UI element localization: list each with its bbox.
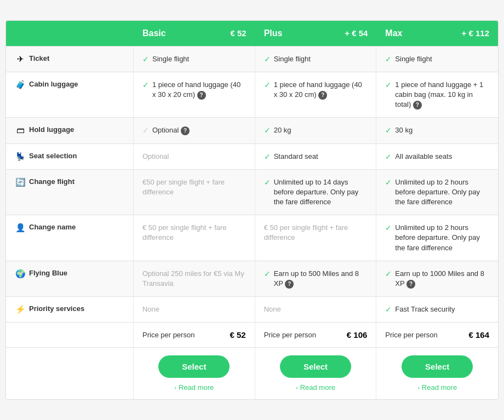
- check-icon: ✓: [264, 178, 271, 187]
- change-name-label: Change name: [29, 223, 76, 231]
- max-change-flight-text: Unlimited up to 2 hours before departure…: [395, 177, 489, 208]
- max-action-cell: Select › Read more: [376, 348, 498, 399]
- max-ticket: ✓ Single flight: [376, 47, 498, 72]
- help-icon[interactable]: ?: [285, 280, 294, 289]
- max-flying-blue: ✓ Earn up to 1000 Miles and 8 XP ?: [376, 261, 498, 296]
- plus-price-amount: € 106: [347, 330, 368, 340]
- basic-flying-blue-text: Optional 250 miles for €5 via My Transav…: [142, 269, 246, 289]
- max-price-row: Price per person € 164: [376, 323, 498, 347]
- check-icon: ✓: [385, 80, 392, 89]
- max-change-name-text: Unlimited up to 2 hours before departure…: [395, 223, 489, 253]
- max-flying-blue-text: Earn up to 1000 Miles and 8 XP ?: [395, 269, 489, 289]
- hold-luggage-icon: 🗃: [15, 125, 26, 135]
- header-row: Basic € 52 Plus + € 54 Max + € 112: [6, 21, 498, 46]
- check-icon: ✓: [385, 269, 392, 278]
- max-hold-luggage: ✓ 30 kg: [376, 118, 498, 143]
- check-icon: ✓: [142, 55, 149, 64]
- row-cabin-luggage: 🧳 Cabin luggage ✓ 1 piece of hand luggag…: [6, 72, 498, 118]
- label-flying-blue: 🌍 Flying Blue: [6, 261, 134, 296]
- header-label-col: [6, 21, 134, 46]
- basic-hold-luggage: ✓ Optional ?: [134, 118, 255, 143]
- max-read-more-link[interactable]: › Read more: [417, 383, 457, 392]
- label-change-name: 👤 Change name: [6, 215, 134, 261]
- label-seat-selection: 💺 Seat selection: [6, 144, 134, 169]
- check-icon: ✓: [264, 55, 271, 64]
- help-icon[interactable]: ?: [197, 91, 206, 100]
- help-icon[interactable]: ?: [406, 280, 415, 289]
- plus-priority: None: [255, 297, 377, 322]
- basic-priority-text: None: [142, 304, 159, 314]
- check-icon: ✓: [264, 269, 271, 278]
- basic-change-flight: €50 per single flight + fare difference: [134, 170, 255, 215]
- max-plan-name: Max: [385, 28, 402, 38]
- basic-action-cell: Select › Read more: [134, 348, 255, 399]
- basic-flying-blue: Optional 250 miles for €5 via My Transav…: [134, 261, 255, 296]
- basic-read-more-link[interactable]: › Read more: [174, 383, 214, 392]
- max-read-more-label: Read more: [422, 383, 457, 392]
- plus-cabin-luggage: ✓ 1 piece of hand luggage (40 x 30 x 20 …: [255, 72, 377, 118]
- plus-change-flight: ✓ Unlimited up to 14 days before departu…: [255, 170, 377, 215]
- chevron-right-icon: ›: [174, 384, 176, 391]
- check-icon: ✓: [385, 305, 392, 314]
- plus-hold-luggage-text: 20 kg: [274, 125, 291, 135]
- basic-cabin-luggage-text: 1 piece of hand luggage (40 x 30 x 20 cm…: [152, 80, 246, 100]
- max-seat-selection: ✓ All available seats: [376, 144, 498, 169]
- plus-flying-blue: ✓ Earn up to 500 Miles and 8 XP ?: [255, 261, 377, 296]
- plus-plan-price: + € 54: [345, 28, 368, 38]
- plus-seat-text: Standard seat: [274, 152, 318, 162]
- row-priority-services: ⚡ Priority services None None ✓ Fast Tra…: [6, 296, 498, 322]
- check-icon: ✓: [142, 80, 149, 89]
- row-change-name: 👤 Change name € 50 per single flight + f…: [6, 215, 498, 261]
- basic-read-more-label: Read more: [179, 383, 214, 392]
- basic-seat-text: Optional: [142, 152, 169, 162]
- check-icon: ✓: [264, 80, 271, 89]
- help-icon[interactable]: ?: [318, 91, 327, 100]
- check-icon: ✓: [385, 223, 392, 232]
- basic-ticket: ✓ Single flight: [134, 47, 255, 72]
- basic-change-name: € 50 per single flight + fare difference: [134, 215, 255, 261]
- max-change-flight: ✓ Unlimited up to 2 hours before departu…: [376, 170, 498, 215]
- row-flying-blue: 🌍 Flying Blue Optional 250 miles for €5 …: [6, 261, 498, 296]
- seat-selection-label: Seat selection: [29, 152, 77, 160]
- plus-ticket: ✓ Single flight: [255, 47, 377, 72]
- check-icon: ✓: [385, 55, 392, 64]
- label-change-flight: 🔄 Change flight: [6, 170, 134, 215]
- priority-icon: ⚡: [15, 304, 26, 314]
- max-price-label: Price per person: [385, 331, 437, 339]
- basic-price-label: Price per person: [142, 331, 194, 339]
- footer-price-row: Price per person € 52 Price per person €…: [6, 322, 498, 347]
- basic-plan-price: € 52: [230, 28, 246, 38]
- plus-change-name: € 50 per single flight + fare difference: [255, 215, 377, 261]
- max-change-name: ✓ Unlimited up to 2 hours before departu…: [376, 215, 498, 261]
- max-select-button[interactable]: Select: [402, 355, 473, 378]
- label-cabin-luggage: 🧳 Cabin luggage: [6, 72, 134, 118]
- help-icon[interactable]: ?: [181, 126, 190, 135]
- plus-plan-name: Plus: [264, 28, 283, 38]
- plus-price-row: Price per person € 106: [255, 323, 377, 347]
- check-icon: ✓: [385, 178, 392, 187]
- plus-read-more-label: Read more: [300, 383, 335, 392]
- basic-price-amount: € 52: [230, 330, 245, 340]
- row-change-flight: 🔄 Change flight €50 per single flight + …: [6, 169, 498, 215]
- max-cabin-luggage: ✓ 1 piece of hand luggage + 1 cabin bag …: [376, 72, 498, 118]
- chevron-right-icon: ›: [417, 384, 420, 391]
- help-icon[interactable]: ?: [413, 101, 422, 110]
- plus-read-more-link[interactable]: › Read more: [296, 383, 335, 392]
- basic-select-button[interactable]: Select: [158, 355, 230, 378]
- plus-seat-selection: ✓ Standard seat: [255, 144, 377, 169]
- row-ticket: ✈ Ticket ✓ Single flight ✓ Single flight…: [6, 46, 498, 72]
- basic-price-row: Price per person € 52: [134, 323, 255, 347]
- plus-priority-text: None: [264, 304, 281, 314]
- max-priority: ✓ Fast Track security: [376, 297, 498, 322]
- seat-icon: 💺: [15, 152, 26, 162]
- plus-action-cell: Select › Read more: [255, 348, 377, 399]
- plus-hold-luggage: ✓ 20 kg: [255, 118, 377, 143]
- max-priority-text: Fast Track security: [395, 304, 455, 314]
- basic-cabin-luggage: ✓ 1 piece of hand luggage (40 x 30 x 20 …: [134, 72, 255, 118]
- hold-luggage-label: Hold luggage: [29, 125, 74, 134]
- plus-select-button[interactable]: Select: [280, 355, 351, 378]
- basic-change-name-text: € 50 per single flight + fare difference: [142, 223, 246, 243]
- label-ticket: ✈ Ticket: [6, 47, 134, 72]
- change-flight-icon: 🔄: [15, 177, 26, 187]
- basic-ticket-text: Single flight: [152, 54, 189, 64]
